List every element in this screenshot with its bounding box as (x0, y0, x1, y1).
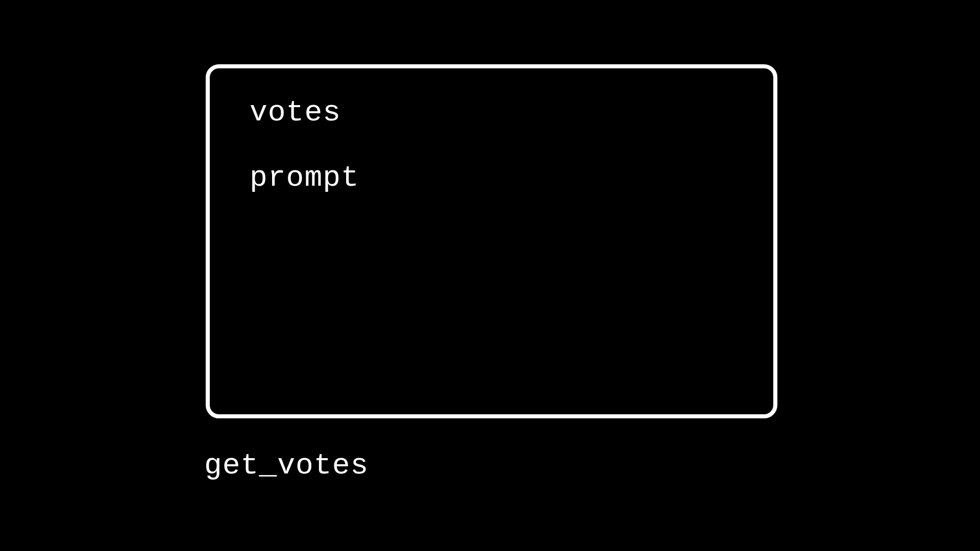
function-name-label: get_votes (204, 449, 369, 482)
field-votes: votes (250, 98, 773, 128)
field-prompt: prompt (250, 163, 773, 193)
struct-box: votes prompt (206, 64, 777, 418)
